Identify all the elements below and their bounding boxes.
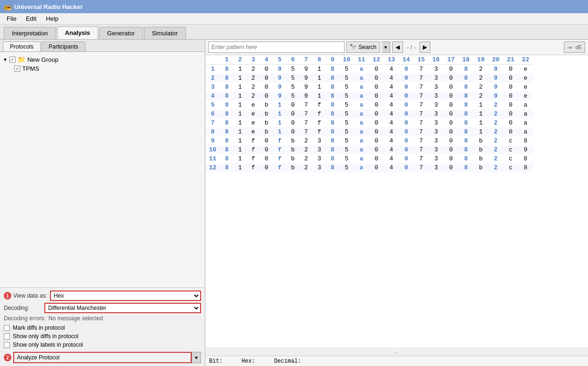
cell-1[interactable]: 8 [220,136,234,145]
cell-1[interactable]: 8 [220,163,234,172]
cell-10[interactable]: 5 [339,127,354,136]
cell-21[interactable]: c [503,136,518,145]
table-row[interactable]: 581eb107f85a0407308120a [205,100,533,109]
tpms-checkbox[interactable] [14,66,20,72]
cell-2[interactable]: 1 [234,100,247,109]
cell-6[interactable]: b [286,145,300,154]
cell-8[interactable]: 3 [313,145,326,154]
cell-20[interactable]: 2 [488,127,504,136]
cell-8[interactable]: f [313,127,326,136]
cell-9[interactable]: 8 [326,109,339,118]
cell-8[interactable]: f [313,118,326,127]
cell-4[interactable]: b [260,100,273,109]
cell-20[interactable]: 9 [488,74,504,83]
cell-19[interactable]: b [473,154,488,163]
search-button[interactable]: 🔭 Search [346,42,380,53]
cell-5[interactable]: f [273,136,286,145]
cell-16[interactable]: 3 [428,100,444,109]
cell-14[interactable]: 0 [399,65,414,74]
cell-22[interactable]: a [518,127,533,136]
cell-18[interactable]: 8 [458,163,473,172]
cell-9[interactable]: 8 [326,154,339,163]
cell-1[interactable]: 8 [220,127,234,136]
cell-6[interactable]: 5 [286,65,300,74]
search-input[interactable] [208,42,344,53]
nav-prev-button[interactable]: ◀ [392,42,403,53]
table-row[interactable]: 48120959185a0407308290e [205,92,533,100]
cell-16[interactable]: 3 [428,92,444,100]
cell-20[interactable]: 2 [488,109,504,118]
cell-22[interactable]: a [518,100,533,109]
cell-6[interactable]: b [286,163,300,172]
cell-4[interactable]: 0 [260,154,273,163]
cell-7[interactable]: 9 [300,65,313,74]
cell-21[interactable]: 0 [503,127,518,136]
cell-14[interactable]: 0 [399,163,414,172]
cell-4[interactable]: b [260,118,273,127]
table-row[interactable]: 1181f0fb2385a0407308b2c8 [205,154,533,163]
cell-11[interactable]: a [354,145,369,154]
cell-4[interactable]: 0 [260,83,273,92]
cell-3[interactable]: 2 [247,92,260,100]
cell-22[interactable]: e [518,65,533,74]
cell-22[interactable]: 8 [518,163,533,172]
cell-2[interactable]: 1 [234,92,247,100]
cell-10[interactable]: 5 [339,100,354,109]
cell-14[interactable]: 0 [399,154,414,163]
cell-10[interactable]: 5 [339,118,354,127]
show-labels-row[interactable]: Show only labels in protocol [4,341,201,349]
analyze-protocol-button[interactable]: Analyze Protocol [13,352,192,363]
cell-4[interactable]: 0 [260,74,273,83]
cell-11[interactable]: a [354,83,369,92]
cell-20[interactable]: 2 [488,118,504,127]
cell-21[interactable]: 0 [503,83,518,92]
cell-12[interactable]: 0 [369,65,384,74]
cell-22[interactable]: e [518,83,533,92]
cell-5[interactable]: 1 [273,118,286,127]
show-diffs-checkbox[interactable] [4,333,10,340]
menu-file[interactable]: File [2,14,21,23]
cell-16[interactable]: 3 [428,136,444,145]
cell-20[interactable]: 9 [488,65,504,74]
cell-12[interactable]: 0 [369,163,384,172]
cell-8[interactable]: 1 [313,83,326,92]
cell-10[interactable]: 5 [339,145,354,154]
cell-14[interactable]: 0 [399,100,414,109]
cell-13[interactable]: 4 [384,92,399,100]
cell-11[interactable]: a [354,109,369,118]
cell-21[interactable]: c [503,145,518,154]
cell-11[interactable]: a [354,65,369,74]
cell-7[interactable]: 2 [300,163,313,172]
cell-8[interactable]: 1 [313,74,326,83]
cell-3[interactable]: e [247,100,260,109]
cell-20[interactable]: 2 [488,136,504,145]
cell-14[interactable]: 0 [399,83,414,92]
cell-7[interactable]: 7 [300,118,313,127]
cell-12[interactable]: 0 [369,109,384,118]
cell-16[interactable]: 3 [428,74,444,83]
cell-7[interactable]: 7 [300,127,313,136]
cell-14[interactable]: 0 [399,109,414,118]
cell-4[interactable]: b [260,127,273,136]
cell-14[interactable]: 0 [399,74,414,83]
cell-12[interactable]: 0 [369,83,384,92]
cell-13[interactable]: 4 [384,154,399,163]
table-row[interactable]: 1281f0fb2385a0407308b2c8 [205,163,533,172]
nav-next-button[interactable]: ▶ [420,42,430,53]
cell-10[interactable]: 5 [339,136,354,145]
cell-2[interactable]: 1 [234,136,247,145]
cell-5[interactable]: 9 [273,83,286,92]
cell-14[interactable]: 0 [399,127,414,136]
cell-8[interactable]: f [313,109,326,118]
cell-10[interactable]: 5 [339,163,354,172]
cell-8[interactable]: 3 [313,154,326,163]
cell-14[interactable]: 0 [399,118,414,127]
sub-tab-protocols[interactable]: Protocols [3,42,41,51]
cell-5[interactable]: 1 [273,100,286,109]
cell-19[interactable]: b [473,163,488,172]
cell-9[interactable]: 8 [326,118,339,127]
cell-10[interactable]: 5 [339,154,354,163]
cell-2[interactable]: 1 [234,127,247,136]
cell-1[interactable]: 8 [220,74,234,83]
cell-9[interactable]: 8 [326,65,339,74]
